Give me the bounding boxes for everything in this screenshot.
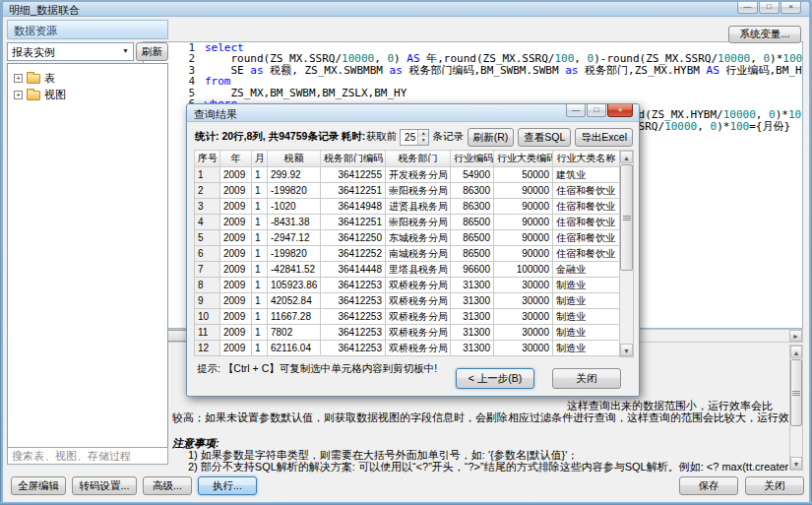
- table-vertical-scrollbar[interactable]: ▲ ▼: [619, 150, 634, 357]
- table-cell[interactable]: 双桥税务分局: [386, 341, 451, 356]
- table-cell[interactable]: 31300: [451, 325, 494, 341]
- table-cell[interactable]: 31300: [451, 341, 494, 356]
- table-cell[interactable]: 86500: [451, 230, 494, 246]
- help-vertical-scrollbar[interactable]: ▲ ▼: [789, 345, 803, 471]
- export-excel-button[interactable]: 导出Excel: [575, 128, 633, 147]
- table-cell[interactable]: -42841.52: [268, 262, 321, 278]
- table-cell[interactable]: 1: [252, 293, 268, 309]
- table-row[interactable]: 220091-19982036412251崇阳税务分局8630090000住宿和…: [195, 183, 620, 199]
- table-cell[interactable]: 11667.28: [268, 309, 321, 325]
- table-cell[interactable]: -199820: [268, 246, 321, 262]
- table-cell[interactable]: 制造业: [553, 278, 620, 293]
- table-cell[interactable]: 2009: [220, 341, 252, 356]
- table-cell[interactable]: 2009: [220, 215, 252, 230]
- save-button[interactable]: 保存: [679, 476, 738, 495]
- table-cell[interactable]: 30000: [494, 341, 553, 356]
- table-cell[interactable]: 2009: [220, 262, 252, 278]
- table-cell[interactable]: 2009: [220, 246, 252, 262]
- table-cell[interactable]: 31300: [451, 309, 494, 325]
- table-cell[interactable]: 105923.86: [268, 278, 321, 293]
- table-cell[interactable]: 金融业: [553, 262, 620, 278]
- dialog-close-icon[interactable]: ×: [607, 104, 633, 117]
- table-cell[interactable]: -199820: [268, 183, 321, 199]
- report-instance-combobox[interactable]: 报表实例 ▼: [7, 42, 134, 61]
- table-cell[interactable]: 2009: [220, 293, 252, 309]
- table-cell[interactable]: 南城税务分局: [386, 246, 451, 262]
- chevron-down-icon[interactable]: ▼: [122, 47, 129, 54]
- table-cell[interactable]: 6: [195, 246, 220, 262]
- table-cell[interactable]: 10: [195, 309, 220, 325]
- table-cell[interactable]: 崇阳税务分局: [386, 183, 451, 199]
- table-cell[interactable]: 双桥税务分局: [386, 309, 451, 325]
- spinner-up-icon[interactable]: ▲: [418, 130, 428, 138]
- table-header-cell[interactable]: 年: [220, 151, 252, 167]
- table-row[interactable]: 320091-102036414948进贤县税务局8630090000住宿和餐饮…: [195, 199, 620, 215]
- dialog-close-button[interactable]: 关闭: [552, 368, 621, 389]
- table-cell[interactable]: 制造业: [553, 293, 620, 309]
- table-cell[interactable]: 1: [252, 309, 268, 325]
- table-cell[interactable]: 36412253: [321, 325, 386, 341]
- table-cell[interactable]: 2009: [220, 325, 252, 341]
- table-cell[interactable]: 住宿和餐饮业: [553, 183, 620, 199]
- table-cell[interactable]: 崇阳税务分局: [386, 215, 451, 230]
- table-cell[interactable]: 100000: [494, 262, 553, 278]
- table-cell[interactable]: 11: [195, 325, 220, 341]
- table-cell[interactable]: 里塔县税务局: [386, 262, 451, 278]
- fetch-count-value[interactable]: 25: [401, 130, 417, 145]
- window-minimize-button[interactable]: —: [737, 2, 758, 14]
- tree-expand-icon[interactable]: +: [14, 74, 23, 83]
- table-cell[interactable]: 36412251: [321, 183, 386, 199]
- table-row[interactable]: 92009142052.8436412253双桥税务分局3130030000制造…: [195, 293, 620, 309]
- window-close-button[interactable]: ×: [781, 2, 801, 14]
- table-cell[interactable]: 1: [252, 183, 268, 199]
- table-cell[interactable]: 86500: [451, 246, 494, 262]
- scroll-down-icon[interactable]: ▼: [790, 457, 802, 470]
- spinner-down-icon[interactable]: ▼: [418, 137, 428, 145]
- table-cell[interactable]: 2009: [220, 183, 252, 199]
- table-cell[interactable]: 12: [195, 341, 220, 356]
- table-cell[interactable]: 36414448: [321, 262, 386, 278]
- table-cell[interactable]: 36412251: [321, 215, 386, 230]
- table-cell[interactable]: 36412253: [321, 293, 386, 309]
- table-cell[interactable]: 299.92: [268, 167, 321, 183]
- table-header-cell[interactable]: 行业大类名称: [553, 151, 620, 167]
- table-cell[interactable]: 制造业: [553, 325, 620, 341]
- scroll-right-icon[interactable]: ►: [789, 330, 802, 342]
- table-row[interactable]: 122009162116.0436412253双桥税务分局3130030000制…: [195, 341, 620, 356]
- table-cell[interactable]: 住宿和餐饮业: [553, 215, 620, 230]
- table-row[interactable]: 102009111667.2836412253双桥税务分局3130030000制…: [195, 309, 620, 325]
- table-row[interactable]: 620091-19982036412252南城税务分局8650090000住宿和…: [195, 246, 620, 262]
- table-cell[interactable]: 双桥税务分局: [386, 325, 451, 341]
- fullscreen-edit-button[interactable]: 全屏编辑: [11, 476, 66, 495]
- dialog-titlebar[interactable]: 查询结果 — □ ×: [187, 104, 639, 122]
- view-sql-button[interactable]: 查看SQL: [518, 128, 571, 147]
- table-cell[interactable]: 住宿和餐饮业: [553, 199, 620, 215]
- table-header-cell[interactable]: 行业编码: [451, 151, 494, 167]
- table-cell[interactable]: 30000: [494, 325, 553, 341]
- table-cell[interactable]: 54900: [451, 167, 494, 183]
- table-cell[interactable]: 制造业: [553, 309, 620, 325]
- table-cell[interactable]: -2947.12: [268, 230, 321, 246]
- table-cell[interactable]: 36412253: [321, 278, 386, 293]
- table-cell[interactable]: 双桥税务分局: [386, 278, 451, 293]
- table-header-cell[interactable]: 税务部门: [386, 151, 451, 167]
- table-cell[interactable]: 2009: [220, 167, 252, 183]
- table-cell[interactable]: 36412255: [321, 167, 386, 183]
- table-cell[interactable]: 36412253: [321, 309, 386, 325]
- table-cell[interactable]: 86500: [451, 215, 494, 230]
- table-cell[interactable]: 90000: [494, 215, 553, 230]
- table-cell[interactable]: 86300: [451, 183, 494, 199]
- result-table[interactable]: 序号年月税额税务部门编码税务部门行业编码行业大类编码行业大类名称12009129…: [194, 150, 620, 356]
- table-row[interactable]: 520091-2947.1236412250东城税务分局8650090000住宿…: [195, 230, 620, 246]
- tree-item[interactable]: +表: [12, 70, 163, 87]
- table-cell[interactable]: 36412250: [321, 230, 386, 246]
- back-button[interactable]: < 上一步(B): [456, 368, 534, 389]
- table-cell[interactable]: 2009: [220, 199, 252, 215]
- tree-expand-icon[interactable]: +: [14, 91, 23, 99]
- table-cell[interactable]: 1: [252, 167, 268, 183]
- table-cell[interactable]: 90000: [494, 199, 553, 215]
- table-cell[interactable]: 双桥税务分局: [386, 293, 451, 309]
- table-cell[interactable]: 3: [195, 199, 220, 215]
- table-row[interactable]: 820091105923.8636412253双桥税务分局3130030000制…: [195, 278, 620, 293]
- table-cell[interactable]: 1: [252, 230, 268, 246]
